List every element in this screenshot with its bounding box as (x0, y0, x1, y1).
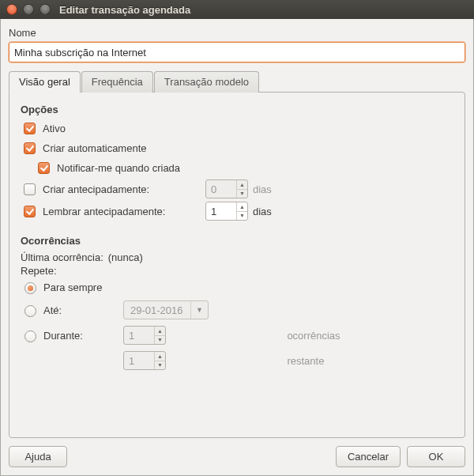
unit-days-1: dias (253, 183, 272, 195)
tab-template[interactable]: Transação modelo (154, 71, 259, 93)
label-auto-create: Criar automaticamente (43, 142, 147, 154)
spin-remind-early-input[interactable] (206, 202, 236, 220)
date-until-value: 29-01-2016 (124, 301, 190, 319)
checkbox-remind-early[interactable] (24, 206, 36, 217)
checkbox-auto-create[interactable] (24, 142, 36, 154)
heading-occurrences: Ocorrências (21, 235, 453, 247)
date-until: 29-01-2016 ▼ (123, 300, 209, 319)
checkbox-active[interactable] (24, 123, 36, 134)
spin-down-icon: ▼ (237, 189, 247, 198)
tab-frequency[interactable]: Frequência (81, 71, 153, 93)
name-input[interactable] (9, 42, 465, 62)
spin-up-icon[interactable]: ▲ (237, 202, 247, 211)
maximize-icon[interactable] (40, 4, 51, 15)
checkbox-create-early[interactable] (24, 183, 36, 195)
spin-remind-early[interactable]: ▲ ▼ (205, 202, 248, 221)
unit-remaining: restante (287, 355, 453, 367)
ok-button[interactable]: OK (407, 446, 465, 467)
tab-container: Visão geral Frequência Transação modelo … (9, 70, 465, 438)
radio-during[interactable] (24, 331, 36, 342)
radio-until[interactable] (24, 305, 36, 317)
heading-options: Opções (21, 104, 453, 115)
section-options: Opções Ativo Criar automaticamente Notif… (21, 104, 453, 221)
repeat-options: Para sempre Até: 29-01-2016 ▼ (21, 280, 453, 370)
spin-up-icon: ▲ (155, 352, 165, 361)
label-active: Ativo (43, 123, 66, 134)
spin-up-icon: ▲ (155, 327, 165, 335)
minimize-icon[interactable] (23, 4, 34, 15)
label-forever: Para sempre (43, 281, 102, 293)
label-last-occurrence: Última ocorrência: (21, 251, 103, 263)
label-until: Até: (43, 304, 62, 316)
spin-remaining-input (124, 352, 154, 369)
label-remind-early: Lembrar antecipadamente: (43, 206, 201, 217)
spin-create-early: ▲ ▼ (205, 179, 248, 198)
cancel-button[interactable]: Cancelar (336, 446, 401, 467)
label-notify-created: Notificar-me quando criada (57, 162, 180, 174)
spin-create-early-input (206, 180, 236, 198)
help-button[interactable]: Ajuda (9, 446, 67, 467)
tab-row: Visão geral Frequência Transação modelo (9, 70, 465, 92)
dialog-footer: Ajuda Cancelar OK (9, 446, 465, 467)
spin-remaining: ▲ ▼ (123, 351, 166, 370)
label-during: Durante: (43, 330, 83, 342)
spin-up-icon: ▲ (237, 180, 247, 189)
label-repeat: Repete: (21, 265, 57, 277)
tab-panel-overview: Opções Ativo Criar automaticamente Notif… (9, 92, 465, 438)
value-last-occurrence: (nunca) (108, 251, 143, 263)
tab-overview[interactable]: Visão geral (9, 71, 81, 93)
checkbox-notify-created[interactable] (38, 162, 50, 174)
radio-forever[interactable] (24, 282, 36, 294)
spin-down-icon: ▼ (155, 361, 165, 370)
label-create-early: Criar antecipadamente: (43, 183, 201, 195)
window-title: Editar transação agendada (59, 4, 190, 16)
section-occurrences: Ocorrências Última ocorrência:(nunca) Re… (21, 235, 453, 370)
name-label: Nome (9, 27, 465, 39)
unit-days-2: dias (253, 206, 272, 217)
spin-down-icon: ▼ (155, 335, 165, 345)
unit-occurrences: ocorrências (287, 330, 453, 342)
titlebar: Editar transação agendada (0, 0, 474, 19)
spin-down-icon[interactable]: ▼ (237, 211, 247, 221)
spin-during-input (124, 327, 154, 344)
window-content: Nome Visão geral Frequência Transação mo… (0, 19, 474, 476)
spin-during: ▲ ▼ (123, 326, 166, 345)
chevron-down-icon: ▼ (190, 301, 208, 319)
close-icon[interactable] (6, 4, 17, 15)
